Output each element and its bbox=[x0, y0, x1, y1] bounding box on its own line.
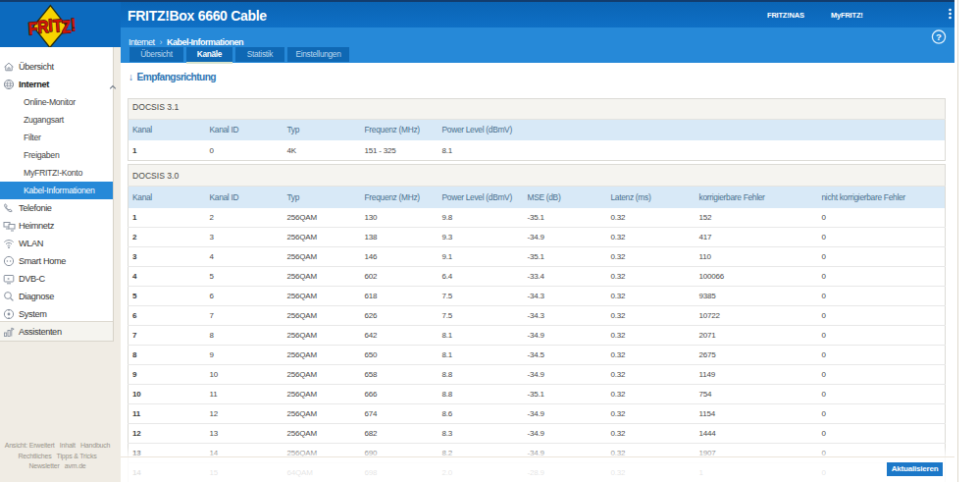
svg-text:!: ! bbox=[70, 15, 77, 35]
svg-text:?: ? bbox=[936, 31, 942, 42]
